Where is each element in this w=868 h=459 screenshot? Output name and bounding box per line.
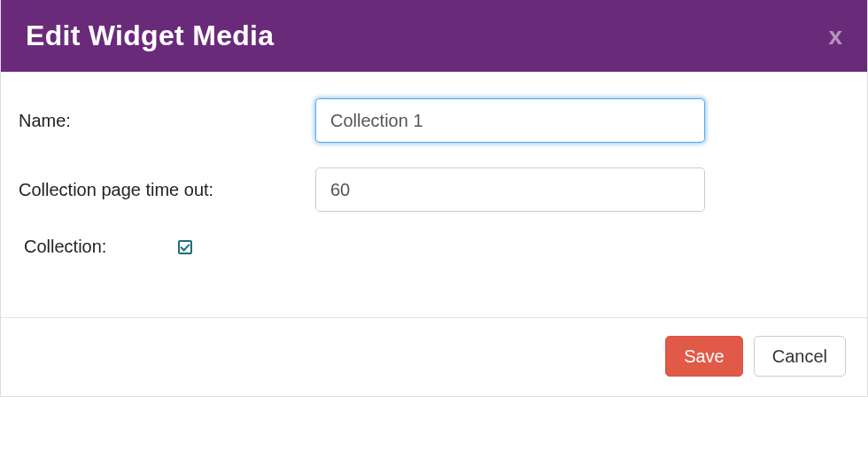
collection-label: Collection: (19, 237, 178, 257)
name-label: Name: (19, 111, 315, 131)
cancel-button[interactable]: Cancel (754, 336, 846, 377)
timeout-label: Collection page time out: (19, 180, 315, 200)
collection-checkbox[interactable] (178, 240, 192, 254)
edit-widget-media-dialog: Edit Widget Media x Name: Collection pag… (0, 0, 868, 397)
dialog-title: Edit Widget Media (26, 19, 274, 52)
dialog-body: Name: Collection page time out: Collecti… (1, 72, 867, 317)
name-row: Name: (19, 98, 849, 143)
collection-row: Collection: (19, 237, 849, 257)
name-input[interactable] (315, 98, 705, 143)
dialog-header: Edit Widget Media x (1, 0, 867, 72)
timeout-row: Collection page time out: (19, 167, 849, 212)
save-button[interactable]: Save (665, 336, 743, 377)
collection-checkbox-wrapper (178, 240, 192, 254)
dialog-footer: Save Cancel (1, 317, 867, 396)
timeout-input[interactable] (315, 167, 705, 212)
close-icon[interactable]: x (828, 24, 842, 49)
